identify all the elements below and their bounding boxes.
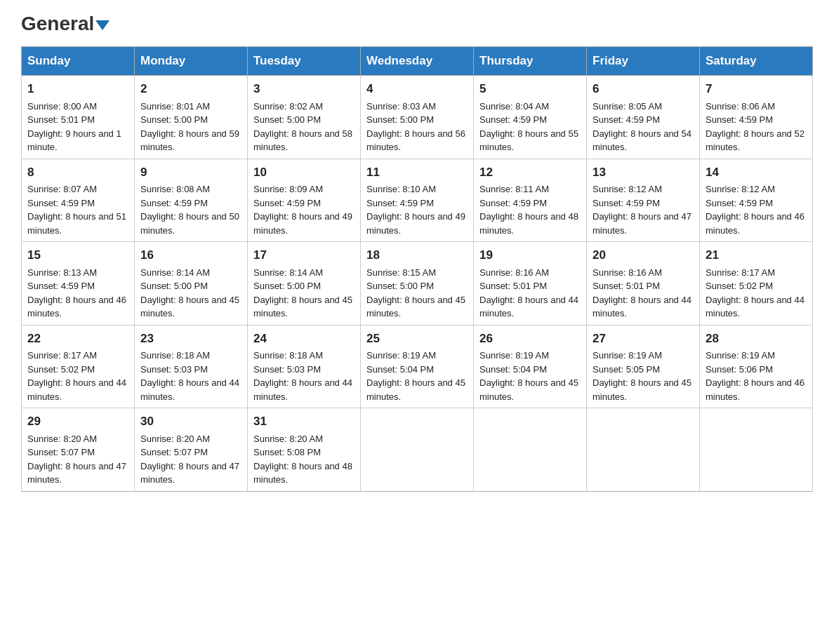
sunset-text: Sunset: 5:02 PM (706, 281, 773, 291)
sunset-text: Sunset: 4:59 PM (27, 198, 95, 208)
daylight-text: Daylight: 8 hours and 46 minutes. (706, 211, 805, 236)
sunset-text: Sunset: 5:08 PM (253, 447, 321, 457)
table-row: 17Sunrise: 8:14 AMSunset: 5:00 PMDayligh… (248, 242, 361, 326)
day-number: 6 (593, 80, 694, 98)
daylight-text: Daylight: 8 hours and 51 minutes. (27, 211, 126, 236)
sunset-text: Sunset: 5:00 PM (253, 281, 321, 291)
day-number: 16 (140, 246, 241, 264)
sunrise-text: Sunrise: 8:07 AM (27, 184, 97, 194)
sunset-text: Sunset: 5:01 PM (593, 281, 660, 291)
day-number: 17 (253, 246, 355, 264)
daylight-text: Daylight: 8 hours and 44 minutes. (479, 295, 578, 319)
sunrise-text: Sunrise: 8:10 AM (366, 184, 436, 194)
page-header: General (21, 14, 813, 32)
sunrise-text: Sunrise: 8:06 AM (706, 101, 775, 112)
sunrise-text: Sunrise: 8:14 AM (140, 267, 210, 278)
sunset-text: Sunset: 4:59 PM (27, 281, 95, 291)
day-number: 12 (479, 163, 581, 182)
day-number: 15 (27, 246, 128, 264)
daylight-text: Daylight: 8 hours and 44 minutes. (706, 295, 805, 319)
sunrise-text: Sunrise: 8:02 AM (253, 101, 323, 112)
sunrise-text: Sunrise: 8:16 AM (593, 267, 662, 278)
sunset-text: Sunset: 5:06 PM (706, 364, 773, 375)
sunrise-text: Sunrise: 8:05 AM (593, 101, 662, 112)
sunrise-text: Sunrise: 8:04 AM (479, 101, 549, 112)
day-number: 11 (366, 163, 468, 182)
table-row (700, 408, 813, 492)
day-number: 30 (140, 412, 241, 431)
day-number: 19 (479, 246, 581, 264)
table-row (587, 408, 700, 492)
sunset-text: Sunset: 4:59 PM (479, 114, 547, 125)
sunset-text: Sunset: 5:00 PM (140, 114, 208, 125)
table-row: 25Sunrise: 8:19 AMSunset: 5:04 PMDayligh… (361, 325, 474, 408)
header-saturday: Saturday (700, 47, 813, 76)
daylight-text: Daylight: 8 hours and 46 minutes. (27, 295, 126, 319)
logo-triangle-icon (95, 20, 110, 30)
sunset-text: Sunset: 5:03 PM (253, 364, 321, 375)
sunrise-text: Sunrise: 8:19 AM (366, 350, 436, 361)
daylight-text: Daylight: 8 hours and 58 minutes. (253, 128, 352, 153)
sunset-text: Sunset: 4:59 PM (479, 198, 547, 208)
sunset-text: Sunset: 5:07 PM (140, 447, 208, 457)
sunset-text: Sunset: 5:07 PM (27, 447, 95, 457)
daylight-text: Daylight: 8 hours and 47 minutes. (27, 461, 126, 485)
day-number: 25 (366, 330, 468, 348)
sunrise-text: Sunrise: 8:18 AM (140, 350, 210, 361)
daylight-text: Daylight: 8 hours and 45 minutes. (366, 377, 465, 402)
sunset-text: Sunset: 5:00 PM (366, 114, 434, 125)
sunrise-text: Sunrise: 8:16 AM (479, 267, 549, 278)
sunrise-text: Sunrise: 8:12 AM (593, 184, 662, 194)
daylight-text: Daylight: 8 hours and 46 minutes. (706, 377, 805, 402)
logo-line1: General (21, 14, 110, 34)
sunrise-text: Sunrise: 8:13 AM (27, 267, 97, 278)
header-monday: Monday (135, 47, 248, 76)
table-row: 30Sunrise: 8:20 AMSunset: 5:07 PMDayligh… (135, 408, 248, 492)
sunrise-text: Sunrise: 8:15 AM (366, 267, 436, 278)
header-friday: Friday (587, 47, 700, 76)
table-row: 22Sunrise: 8:17 AMSunset: 5:02 PMDayligh… (22, 325, 135, 408)
sunset-text: Sunset: 4:59 PM (140, 198, 208, 208)
daylight-text: Daylight: 8 hours and 50 minutes. (140, 211, 239, 236)
daylight-text: Daylight: 8 hours and 55 minutes. (479, 128, 578, 153)
table-row: 24Sunrise: 8:18 AMSunset: 5:03 PMDayligh… (248, 325, 361, 408)
day-number: 18 (366, 246, 468, 264)
sunrise-text: Sunrise: 8:20 AM (140, 434, 210, 444)
calendar-week-row: 22Sunrise: 8:17 AMSunset: 5:02 PMDayligh… (22, 325, 813, 408)
table-row: 4Sunrise: 8:03 AMSunset: 5:00 PMDaylight… (361, 76, 474, 159)
sunrise-text: Sunrise: 8:00 AM (27, 101, 97, 112)
sunset-text: Sunset: 5:00 PM (140, 281, 208, 291)
day-number: 23 (140, 330, 241, 348)
day-number: 8 (27, 163, 128, 182)
table-row: 13Sunrise: 8:12 AMSunset: 4:59 PMDayligh… (587, 159, 700, 242)
table-row: 18Sunrise: 8:15 AMSunset: 5:00 PMDayligh… (361, 242, 474, 326)
sunset-text: Sunset: 5:05 PM (593, 364, 660, 375)
daylight-text: Daylight: 8 hours and 59 minutes. (140, 128, 239, 153)
day-number: 14 (706, 163, 807, 182)
table-row (474, 408, 587, 492)
sunset-text: Sunset: 4:59 PM (253, 198, 321, 208)
table-row: 29Sunrise: 8:20 AMSunset: 5:07 PMDayligh… (22, 408, 135, 492)
sunset-text: Sunset: 4:59 PM (706, 114, 773, 125)
sunrise-text: Sunrise: 8:08 AM (140, 184, 210, 194)
daylight-text: Daylight: 8 hours and 49 minutes. (253, 211, 352, 236)
sunset-text: Sunset: 5:00 PM (366, 281, 434, 291)
table-row: 7Sunrise: 8:06 AMSunset: 4:59 PMDaylight… (700, 76, 813, 159)
daylight-text: Daylight: 8 hours and 45 minutes. (479, 377, 578, 402)
daylight-text: Daylight: 8 hours and 45 minutes. (253, 295, 352, 319)
table-row: 20Sunrise: 8:16 AMSunset: 5:01 PMDayligh… (587, 242, 700, 326)
table-row: 14Sunrise: 8:12 AMSunset: 4:59 PMDayligh… (700, 159, 813, 242)
day-number: 1 (27, 80, 128, 98)
day-number: 29 (27, 412, 128, 431)
calendar-week-row: 8Sunrise: 8:07 AMSunset: 4:59 PMDaylight… (22, 159, 813, 242)
table-row: 5Sunrise: 8:04 AMSunset: 4:59 PMDaylight… (474, 76, 587, 159)
header-tuesday: Tuesday (248, 47, 361, 76)
table-row: 19Sunrise: 8:16 AMSunset: 5:01 PMDayligh… (474, 242, 587, 326)
day-number: 20 (593, 246, 694, 264)
day-number: 28 (706, 330, 807, 348)
table-row: 27Sunrise: 8:19 AMSunset: 5:05 PMDayligh… (587, 325, 700, 408)
daylight-text: Daylight: 8 hours and 56 minutes. (366, 128, 465, 153)
sunset-text: Sunset: 5:04 PM (479, 364, 547, 375)
weekday-header-row: Sunday Monday Tuesday Wednesday Thursday… (22, 47, 813, 76)
day-number: 26 (479, 330, 581, 348)
